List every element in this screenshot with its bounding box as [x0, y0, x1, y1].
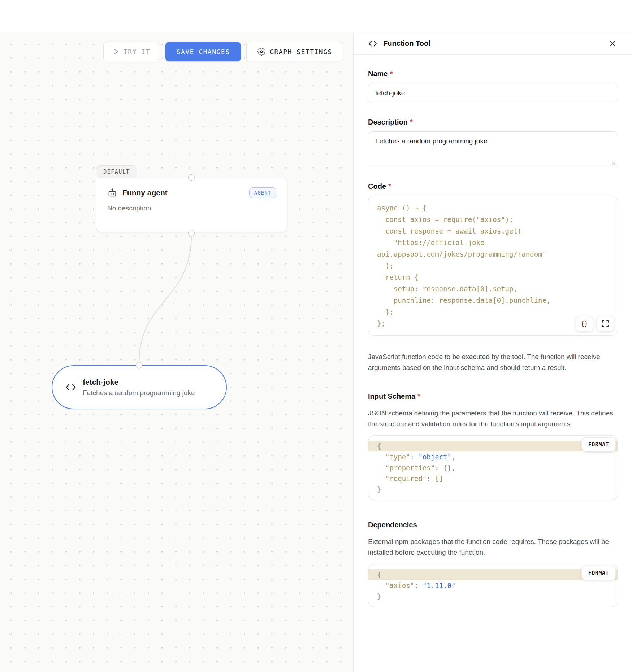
panel-header: Function Tool	[354, 32, 632, 55]
try-it-button[interactable]: TRY IT	[103, 42, 159, 61]
save-changes-button[interactable]: SAVE CHANGES	[165, 42, 241, 61]
code-brackets-icon	[65, 383, 76, 391]
tool-node-description: Fetches a random programming joke	[83, 389, 195, 397]
edge-layer	[0, 32, 353, 672]
dependencies-content[interactable]: { "axios": "1.11.0"}	[368, 569, 618, 602]
code-editor-content[interactable]: async () ⇒ { const axios = require("axio…	[368, 202, 618, 329]
code-editor[interactable]: async () ⇒ { const axios = require("axio…	[368, 196, 618, 336]
input-schema-content[interactable]: { "type": "object", "properties": {}, "r…	[368, 441, 618, 495]
graph-canvas[interactable]: TRY IT SAVE CHANGES GRAPH SETTINGS DEFAU…	[0, 32, 353, 672]
top-strip	[0, 0, 632, 32]
format-code-button[interactable]: {}	[576, 316, 593, 332]
panel-title: Function Tool	[383, 39, 602, 48]
required-asterisk: *	[417, 392, 420, 400]
gear-icon	[257, 48, 265, 56]
tool-node-title: fetch-joke	[83, 378, 195, 387]
graph-settings-label: GRAPH SETTINGS	[270, 48, 332, 56]
code-field-label: Code*	[368, 182, 618, 191]
function-tool-panel: Function Tool Name* Description* Fetches…	[353, 32, 632, 672]
group-tab-default: DEFAULT	[96, 165, 137, 178]
graph-settings-button[interactable]: GRAPH SETTINGS	[246, 42, 343, 61]
input-schema-help-text: JSON schema defining the parameters that…	[368, 408, 618, 429]
description-field-label: Description*	[368, 118, 618, 126]
try-it-label: TRY IT	[124, 48, 150, 56]
dependencies-field-label: Dependencies	[368, 520, 618, 529]
close-panel-button[interactable]	[607, 39, 618, 49]
input-schema-editor[interactable]: { "type": "object", "properties": {}, "r…	[368, 435, 618, 500]
required-asterisk: *	[410, 118, 413, 126]
resize-handle-icon[interactable]	[611, 160, 616, 165]
expand-code-button[interactable]	[597, 316, 614, 332]
save-changes-label: SAVE CHANGES	[176, 48, 230, 56]
agent-bottom-handle[interactable]	[188, 230, 195, 236]
tool-node-fetch-joke[interactable]: fetch-joke Fetches a random programming …	[52, 365, 227, 409]
required-asterisk: *	[390, 70, 393, 78]
description-textarea[interactable]: Fetches a random programming joke	[368, 131, 618, 167]
robot-icon	[107, 188, 117, 198]
input-schema-field-label: Input Schema*	[368, 392, 618, 401]
agent-type-badge: AGENT	[249, 187, 276, 198]
name-input[interactable]	[368, 83, 618, 103]
agent-node[interactable]: Funny agent AGENT No description	[96, 178, 287, 232]
agent-top-handle[interactable]	[188, 174, 195, 181]
agent-node-description: No description	[107, 204, 276, 212]
braces-icon: {}	[581, 320, 588, 327]
format-dependencies-button[interactable]: FORMAT	[581, 566, 616, 580]
format-schema-button[interactable]: FORMAT	[581, 437, 616, 452]
fullscreen-icon	[602, 320, 609, 327]
dependencies-editor[interactable]: { "axios": "1.11.0"} FORMAT	[368, 564, 618, 607]
close-icon	[609, 40, 616, 47]
edge-agent-to-tool	[139, 235, 191, 363]
play-icon	[112, 48, 119, 55]
code-brackets-icon	[368, 40, 377, 47]
dependencies-help-text: External npm packages that the function …	[368, 536, 618, 558]
tool-top-handle[interactable]	[136, 362, 142, 368]
required-asterisk: *	[388, 182, 391, 190]
name-field-label: Name*	[368, 69, 618, 78]
code-help-text: JavaScript function code to be executed …	[368, 352, 618, 373]
agent-node-title: Funny agent	[122, 188, 244, 197]
